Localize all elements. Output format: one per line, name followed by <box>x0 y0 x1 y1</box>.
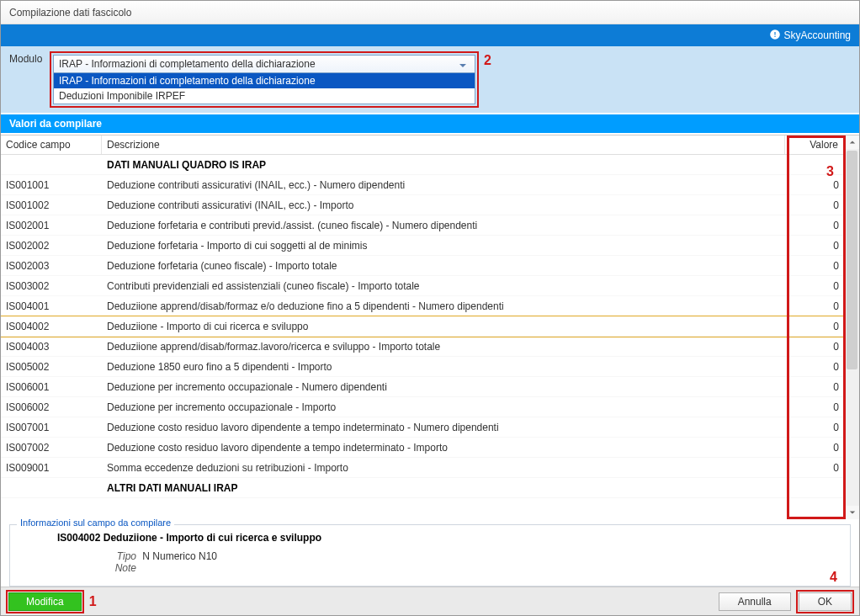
table-row[interactable]: IS004002Deduziione - Importo di cui rice… <box>1 316 844 337</box>
modulo-label: Modulo <box>9 51 50 65</box>
brand-bar: SkyAccounting <box>1 24 859 46</box>
table-row[interactable]: IS001001Deduzione contributi assicurativ… <box>1 175 844 195</box>
section-title: ALTRI DATI MANUALI IRAP <box>102 482 785 494</box>
annotation-3: 3 <box>826 164 834 179</box>
modulo-dropdown: IRAP - Informazioni di completamento del… <box>53 73 475 104</box>
cell-val: 0 <box>785 422 844 433</box>
cell-val: 0 <box>785 260 844 272</box>
vertical-scrollbar[interactable] <box>844 135 859 519</box>
cell-desc: Deduzione contributi assicurativi (INAIL… <box>102 199 785 211</box>
window-title: Compilazione dati fascicolo <box>1 1 859 24</box>
annulla-button[interactable]: Annulla <box>719 592 791 611</box>
modulo-select[interactable]: IRAP - Informazioni di completamento del… <box>53 55 475 73</box>
cell-desc: Somma eccedenze deduzioni su retribuzion… <box>102 462 785 474</box>
section-title: DATI MANUALI QUADRO IS IRAP <box>102 159 785 171</box>
grid-body: DATI MANUALI QUADRO IS IRAPIS001001Deduz… <box>1 155 844 498</box>
table-row[interactable]: IS002001Deduzione forfetaria e contribut… <box>1 215 844 236</box>
modulo-option-irap[interactable]: IRAP - Informazioni di completamento del… <box>54 73 475 88</box>
cell-code: IS004003 <box>1 341 102 353</box>
cell-code: IS006002 <box>1 401 102 413</box>
info-group: Informazioni sul campo da compilare IS00… <box>9 524 851 587</box>
cell-code: IS007002 <box>1 442 102 454</box>
table-row[interactable]: IS007001Deduzione costo residuo lavoro d… <box>1 417 844 438</box>
scroll-thumb[interactable] <box>847 151 857 369</box>
table-row[interactable]: IS001002Deduzione contributi assicurativ… <box>1 195 844 215</box>
cell-val: 0 <box>785 321 844 332</box>
table-row[interactable]: IS004001Deduziione apprend/disab/formaz … <box>1 296 844 316</box>
table-row[interactable]: IS005002Deduzione 1850 euro fino a 5 dip… <box>1 357 844 377</box>
brand-name: SkyAccounting <box>784 29 851 41</box>
ok-button[interactable]: OK <box>799 592 852 611</box>
cell-desc: Deduzione 1850 euro fino a 5 dipendenti … <box>102 361 785 373</box>
modifica-annot-box: Modifica <box>6 590 84 613</box>
cell-val: 0 <box>785 300 844 312</box>
cell-desc: Deduzione costo residuo lavoro dipendent… <box>102 442 785 454</box>
table-row[interactable]: IS004003Deduziione apprend/disab/formaz.… <box>1 337 844 357</box>
cell-val: 0 <box>785 179 844 191</box>
modifica-button[interactable]: Modifica <box>8 592 82 611</box>
table-row[interactable]: IS006002Deduzione per incremento occupaz… <box>1 397 844 417</box>
table-row[interactable]: IS003002Contributi previdenziali ed assi… <box>1 276 844 296</box>
cell-val: 0 <box>785 280 844 292</box>
valori-header: Valori da compilare <box>1 113 859 135</box>
section-header: ALTRI DATI MANUALI IRAP <box>1 478 844 498</box>
modulo-select-annot-box: IRAP - Informazioni di completamento del… <box>50 51 479 108</box>
cell-desc: Deduzione forfetaria (cuneo fiscale) - I… <box>102 260 785 272</box>
cell-code: IS002002 <box>1 240 102 252</box>
cell-code: IS001001 <box>1 179 102 191</box>
cell-desc: Deduzione forfetaria - Importo di cui so… <box>102 240 785 252</box>
cell-code: IS004001 <box>1 300 102 312</box>
cell-desc: Deduzione per incremento occupazionale -… <box>102 401 785 413</box>
cell-desc: Deduziione - Importo di cui ricerca e sv… <box>102 321 785 332</box>
cell-val: 0 <box>785 240 844 252</box>
ok-annot-box: OK <box>796 590 854 613</box>
info-tipo-value: N Numerico N10 <box>142 550 217 562</box>
modulo-row: Modulo IRAP - Informazioni di completame… <box>1 46 859 113</box>
modulo-option-deduzioni[interactable]: Deduzioni Imponibile IRPEF <box>54 88 475 104</box>
cell-code: IS006001 <box>1 381 102 393</box>
table-row[interactable]: IS007002Deduzione costo residuo lavoro d… <box>1 438 844 458</box>
cell-val: 0 <box>785 442 844 454</box>
info-note-label: Note <box>103 562 136 574</box>
cell-code: IS009001 <box>1 462 102 474</box>
cell-val: 0 <box>785 401 844 413</box>
grid-area: Codice campo Descrizione Valore DATI MAN… <box>1 135 859 519</box>
info-tipo-label: Tipo <box>103 550 136 562</box>
cell-val: 0 <box>785 361 844 373</box>
table-row[interactable]: IS009001Somma eccedenze deduzioni su ret… <box>1 458 844 478</box>
table-row[interactable]: IS002002Deduzione forfetaria - Importo d… <box>1 236 844 256</box>
cell-code: IS004002 <box>1 321 102 332</box>
cell-code: IS003002 <box>1 280 102 292</box>
cell-val: 0 <box>785 220 844 231</box>
table-row[interactable]: IS002003Deduzione forfetaria (cuneo fisc… <box>1 256 844 276</box>
info-note: Note <box>103 562 841 574</box>
compilazione-window: Compilazione dati fascicolo SkyAccountin… <box>0 0 860 616</box>
cell-desc: Deduziione apprend/disab/formaz e/o dedu… <box>102 300 785 312</box>
chevron-down-icon <box>455 58 470 73</box>
col-codice[interactable]: Codice campo <box>1 135 102 154</box>
col-valore[interactable]: Valore <box>785 135 844 154</box>
grid-inner: Codice campo Descrizione Valore DATI MAN… <box>1 135 844 519</box>
cell-val: 0 <box>785 341 844 353</box>
cell-code: IS001002 <box>1 199 102 211</box>
annotation-1: 1 <box>89 594 97 609</box>
cell-desc: Deduziione apprend/disab/formaz.lavoro/r… <box>102 341 785 353</box>
info-legend: Informazioni sul campo da compilare <box>17 518 174 528</box>
cell-desc: Deduzione costo residuo lavoro dipendent… <box>102 422 785 433</box>
cell-desc: Deduzione contributi assicurativi (INAIL… <box>102 179 785 191</box>
cell-desc: Deduzione per incremento occupazionale -… <box>102 381 785 393</box>
cell-val: 0 <box>785 199 844 211</box>
brand-icon <box>769 29 784 43</box>
table-row[interactable]: IS006001Deduzione per incremento occupaz… <box>1 377 844 397</box>
col-descrizione[interactable]: Descrizione <box>102 135 785 154</box>
scroll-up-icon[interactable] <box>845 135 859 149</box>
modulo-select-value: IRAP - Informazioni di completamento del… <box>59 58 316 70</box>
section-header: DATI MANUALI QUADRO IS IRAP <box>1 155 844 175</box>
cell-val: 0 <box>785 462 844 474</box>
grid-header: Codice campo Descrizione Valore <box>1 135 844 155</box>
scroll-down-icon[interactable] <box>845 506 859 519</box>
cell-val: 0 <box>785 381 844 393</box>
cell-code: IS002003 <box>1 260 102 272</box>
cell-code: IS005002 <box>1 361 102 373</box>
info-title: IS004002 Deduziione - Importo di cui ric… <box>57 532 841 544</box>
